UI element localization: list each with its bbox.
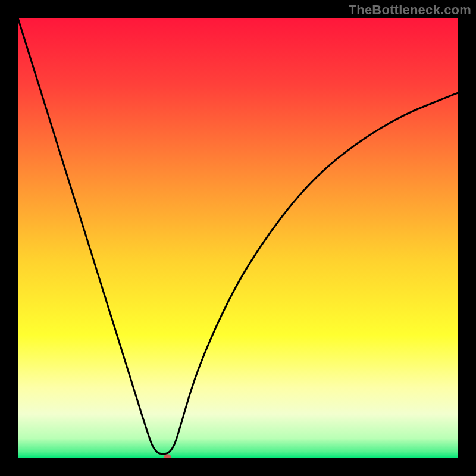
gradient-background xyxy=(18,18,458,458)
bottleneck-chart xyxy=(18,18,458,458)
watermark-text: TheBottleneck.com xyxy=(349,2,471,18)
chart-frame: TheBottleneck.com xyxy=(0,0,476,476)
chart-plot-area xyxy=(18,18,458,458)
